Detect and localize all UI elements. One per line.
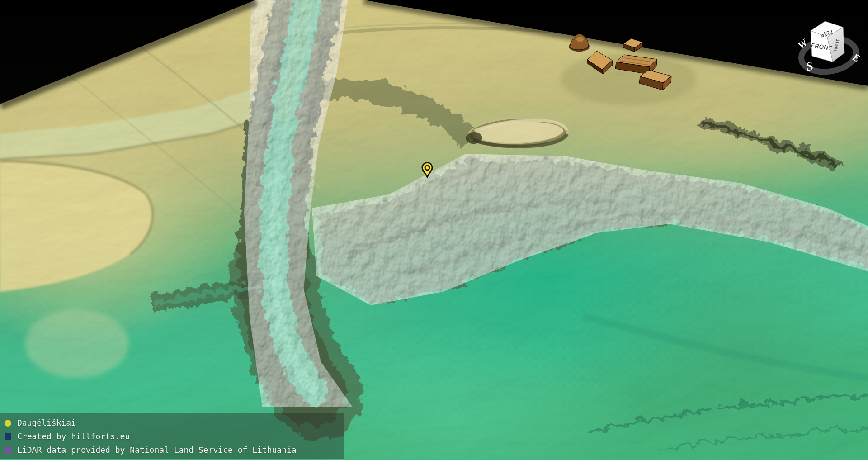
author-swatch-icon (5, 433, 11, 440)
site-marker-swatch-icon (5, 420, 11, 427)
legend-panel: Daugėliškiai Created by hillforts.eu LiD… (0, 413, 344, 459)
legend-lidar-label: LiDAR data provided by National Land Ser… (17, 443, 297, 457)
legend-author-label: Created by hillforts.eu (17, 430, 130, 443)
compass-south-label: S (805, 59, 815, 74)
terrain-render: W S E TOP FRONT RIGHT (0, 0, 868, 460)
legend-item-site: Daugėliškiai (0, 416, 344, 430)
legend-item-author: Created by hillforts.eu (0, 430, 344, 443)
navigation-cube[interactable]: W S E TOP FRONT RIGHT (796, 21, 862, 76)
buildings (561, 34, 696, 105)
legend-item-lidar: LiDAR data provided by National Land Ser… (0, 443, 344, 457)
lidar-swatch-icon (5, 447, 11, 454)
terrain-surface[interactable] (0, 0, 868, 460)
terrain-viewport[interactable]: W S E TOP FRONT RIGHT Daugėliškiai Creat… (0, 0, 868, 460)
legend-site-label: Daugėliškiai (17, 416, 76, 430)
